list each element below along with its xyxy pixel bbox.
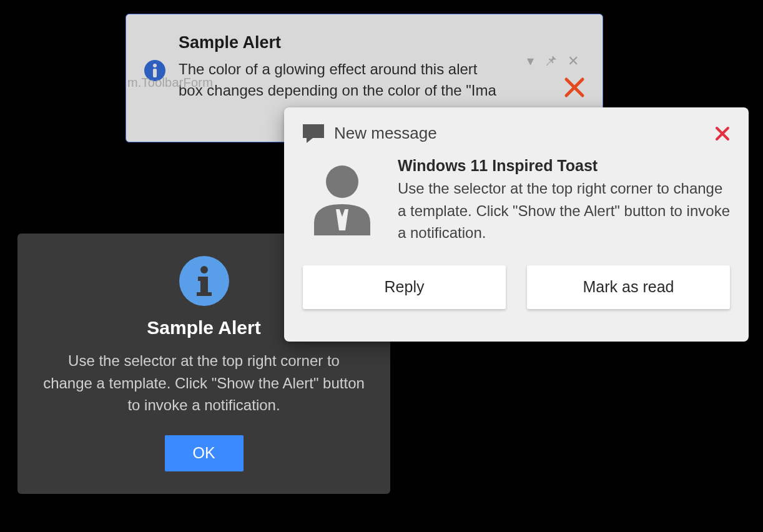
svg-marker-11: [307, 138, 313, 143]
svg-point-6: [200, 266, 208, 273]
svg-rect-8: [198, 277, 204, 281]
toast-buttons: Reply Mark as read: [303, 265, 730, 309]
svg-rect-9: [197, 292, 212, 296]
ok-button[interactable]: OK: [165, 435, 244, 471]
alert-title: Sample Alert: [179, 33, 585, 52]
svg-point-1: [153, 64, 157, 67]
background-text: m.ToolbarForm: [127, 76, 213, 90]
toast-header-title: New message: [334, 124, 705, 143]
avatar-icon: [309, 160, 375, 235]
close-button[interactable]: [715, 126, 730, 141]
svg-point-14: [326, 165, 358, 198]
alert-body: The color of a glowing effect around thi…: [179, 59, 503, 101]
close-button[interactable]: [564, 77, 585, 98]
alert-title: Sample Alert: [147, 317, 260, 338]
toast-header: New message: [303, 124, 730, 143]
info-icon: [179, 256, 229, 306]
toast-row: Windows 11 Inspired Toast Use the select…: [303, 157, 730, 244]
background-toolbar-icons: ▾ 📌︎ ✕: [527, 53, 579, 69]
reply-button[interactable]: Reply: [303, 265, 506, 309]
toast-body: Use the selector at the top right corner…: [398, 177, 730, 244]
dropdown-icon: ▾: [527, 53, 534, 69]
toast-title: Windows 11 Inspired Toast: [398, 157, 730, 175]
svg-rect-10: [303, 124, 324, 138]
chat-icon: [303, 124, 324, 143]
x-icon: ✕: [568, 53, 579, 69]
toast-text: Windows 11 Inspired Toast Use the select…: [398, 157, 730, 244]
alert-body: Use the selector at the top right corner…: [42, 350, 365, 416]
toast-notification: New message Windows 11 Inspired Toast Us…: [284, 107, 749, 342]
mark-as-read-button[interactable]: Mark as read: [527, 265, 730, 309]
alert-content: Sample Alert The color of a glowing effe…: [179, 31, 585, 101]
pin-icon: 📌︎: [544, 53, 558, 69]
